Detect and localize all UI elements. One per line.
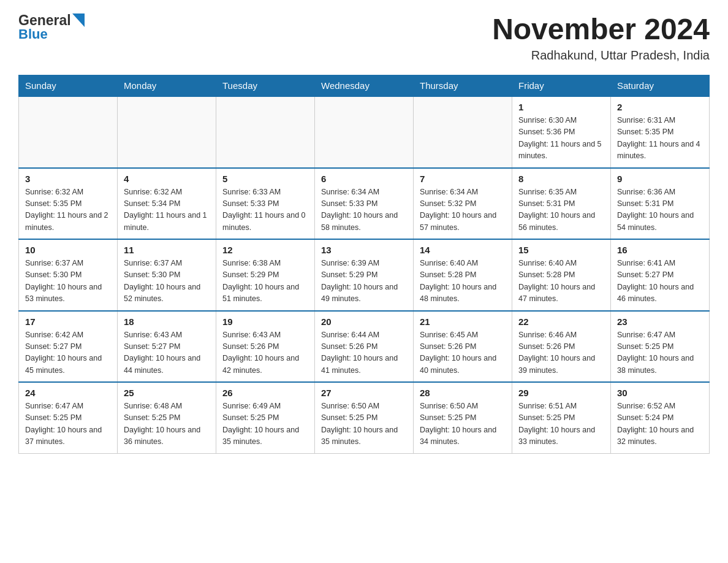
calendar-cell: 1Sunrise: 6:30 AM Sunset: 5:36 PM Daylig…: [512, 96, 611, 168]
day-number: 5: [222, 174, 308, 184]
calendar-cell: 25Sunrise: 6:48 AM Sunset: 5:25 PM Dayli…: [118, 382, 216, 453]
weekday-header-monday: Monday: [118, 75, 216, 97]
calendar-cell: 30Sunrise: 6:52 AM Sunset: 5:24 PM Dayli…: [611, 382, 710, 453]
day-number: 27: [321, 388, 407, 398]
calendar-cell: [414, 96, 512, 168]
day-number: 21: [420, 316, 506, 327]
day-number: 8: [518, 174, 604, 184]
sun-info: Sunrise: 6:34 AM Sunset: 5:32 PM Dayligh…: [420, 186, 506, 234]
day-number: 3: [25, 174, 111, 184]
calendar-week-4: 17Sunrise: 6:42 AM Sunset: 5:27 PM Dayli…: [19, 311, 710, 383]
calendar-cell: 23Sunrise: 6:47 AM Sunset: 5:25 PM Dayli…: [611, 311, 710, 383]
calendar-cell: 8Sunrise: 6:35 AM Sunset: 5:31 PM Daylig…: [512, 168, 611, 240]
sun-info: Sunrise: 6:39 AM Sunset: 5:29 PM Dayligh…: [321, 258, 407, 305]
calendar-week-5: 24Sunrise: 6:47 AM Sunset: 5:25 PM Dayli…: [19, 382, 710, 453]
calendar-cell: 3Sunrise: 6:32 AM Sunset: 5:35 PM Daylig…: [19, 168, 118, 240]
calendar-cell: 28Sunrise: 6:50 AM Sunset: 5:25 PM Dayli…: [414, 382, 512, 453]
calendar-cell: 13Sunrise: 6:39 AM Sunset: 5:29 PM Dayli…: [315, 239, 414, 311]
day-number: 30: [617, 388, 703, 398]
sun-info: Sunrise: 6:47 AM Sunset: 5:25 PM Dayligh…: [617, 329, 703, 377]
calendar-week-3: 10Sunrise: 6:37 AM Sunset: 5:30 PM Dayli…: [19, 239, 710, 311]
sun-info: Sunrise: 6:49 AM Sunset: 5:25 PM Dayligh…: [222, 400, 308, 448]
calendar-cell: 21Sunrise: 6:45 AM Sunset: 5:26 PM Dayli…: [414, 311, 512, 383]
sun-info: Sunrise: 6:43 AM Sunset: 5:27 PM Dayligh…: [124, 329, 210, 377]
weekday-header-thursday: Thursday: [414, 75, 512, 97]
calendar-cell: 2Sunrise: 6:31 AM Sunset: 5:35 PM Daylig…: [611, 96, 710, 168]
sun-info: Sunrise: 6:35 AM Sunset: 5:31 PM Dayligh…: [518, 186, 604, 234]
calendar-cell: 15Sunrise: 6:40 AM Sunset: 5:28 PM Dayli…: [512, 239, 611, 311]
day-number: 13: [321, 245, 407, 255]
sun-info: Sunrise: 6:46 AM Sunset: 5:26 PM Dayligh…: [518, 329, 604, 377]
sun-info: Sunrise: 6:43 AM Sunset: 5:26 PM Dayligh…: [222, 329, 308, 377]
logo: General Blue: [18, 12, 85, 42]
sun-info: Sunrise: 6:30 AM Sunset: 5:36 PM Dayligh…: [518, 115, 604, 163]
sun-info: Sunrise: 6:42 AM Sunset: 5:27 PM Dayligh…: [25, 329, 111, 377]
calendar-cell: 6Sunrise: 6:34 AM Sunset: 5:33 PM Daylig…: [315, 168, 414, 240]
day-number: 4: [124, 174, 210, 184]
day-number: 7: [420, 174, 506, 184]
day-number: 12: [222, 245, 308, 255]
calendar-cell: 16Sunrise: 6:41 AM Sunset: 5:27 PM Dayli…: [611, 239, 710, 311]
sun-info: Sunrise: 6:37 AM Sunset: 5:30 PM Dayligh…: [25, 258, 111, 305]
sun-info: Sunrise: 6:31 AM Sunset: 5:35 PM Dayligh…: [617, 115, 703, 163]
calendar-cell: 5Sunrise: 6:33 AM Sunset: 5:33 PM Daylig…: [216, 168, 315, 240]
sun-info: Sunrise: 6:40 AM Sunset: 5:28 PM Dayligh…: [420, 258, 506, 305]
calendar-table: SundayMondayTuesdayWednesdayThursdayFrid…: [18, 75, 710, 454]
calendar-cell: 20Sunrise: 6:44 AM Sunset: 5:26 PM Dayli…: [315, 311, 414, 383]
calendar-cell: 26Sunrise: 6:49 AM Sunset: 5:25 PM Dayli…: [216, 382, 315, 453]
calendar-cell: 4Sunrise: 6:32 AM Sunset: 5:34 PM Daylig…: [118, 168, 216, 240]
day-number: 1: [518, 102, 604, 112]
day-number: 24: [25, 388, 111, 398]
title-area: November 2024 Radhakund, Uttar Pradesh, …: [492, 12, 710, 63]
day-number: 18: [124, 316, 210, 327]
calendar-cell: 10Sunrise: 6:37 AM Sunset: 5:30 PM Dayli…: [19, 239, 118, 311]
day-number: 29: [518, 388, 604, 398]
calendar-header-row: SundayMondayTuesdayWednesdayThursdayFrid…: [19, 75, 710, 97]
day-number: 25: [124, 388, 210, 398]
sun-info: Sunrise: 6:32 AM Sunset: 5:34 PM Dayligh…: [124, 186, 210, 234]
weekday-header-sunday: Sunday: [19, 75, 118, 97]
weekday-header-saturday: Saturday: [611, 75, 710, 97]
calendar-cell: 22Sunrise: 6:46 AM Sunset: 5:26 PM Dayli…: [512, 311, 611, 383]
day-number: 2: [617, 102, 703, 112]
calendar-cell: [118, 96, 216, 168]
sun-info: Sunrise: 6:50 AM Sunset: 5:25 PM Dayligh…: [321, 400, 407, 448]
calendar-cell: 14Sunrise: 6:40 AM Sunset: 5:28 PM Dayli…: [414, 239, 512, 311]
day-number: 10: [25, 245, 111, 255]
day-number: 22: [518, 316, 604, 327]
calendar-cell: 17Sunrise: 6:42 AM Sunset: 5:27 PM Dayli…: [19, 311, 118, 383]
sun-info: Sunrise: 6:36 AM Sunset: 5:31 PM Dayligh…: [617, 186, 703, 234]
calendar-cell: 19Sunrise: 6:43 AM Sunset: 5:26 PM Dayli…: [216, 311, 315, 383]
day-number: 19: [222, 316, 308, 327]
day-number: 16: [617, 245, 703, 255]
calendar-cell: 27Sunrise: 6:50 AM Sunset: 5:25 PM Dayli…: [315, 382, 414, 453]
sun-info: Sunrise: 6:52 AM Sunset: 5:24 PM Dayligh…: [617, 400, 703, 448]
sun-info: Sunrise: 6:51 AM Sunset: 5:25 PM Dayligh…: [518, 400, 604, 448]
day-number: 15: [518, 245, 604, 255]
sun-info: Sunrise: 6:33 AM Sunset: 5:33 PM Dayligh…: [222, 186, 308, 234]
weekday-header-friday: Friday: [512, 75, 611, 97]
logo-arrow-icon: [72, 13, 85, 27]
sun-info: Sunrise: 6:45 AM Sunset: 5:26 PM Dayligh…: [420, 329, 506, 377]
sun-info: Sunrise: 6:48 AM Sunset: 5:25 PM Dayligh…: [124, 400, 210, 448]
weekday-header-tuesday: Tuesday: [216, 75, 315, 97]
sun-info: Sunrise: 6:41 AM Sunset: 5:27 PM Dayligh…: [617, 258, 703, 305]
day-number: 11: [124, 245, 210, 255]
sun-info: Sunrise: 6:44 AM Sunset: 5:26 PM Dayligh…: [321, 329, 407, 377]
page-header: General Blue November 2024 Radhakund, Ut…: [18, 12, 710, 63]
calendar-cell: 11Sunrise: 6:37 AM Sunset: 5:30 PM Dayli…: [118, 239, 216, 311]
logo-blue-text: Blue: [18, 26, 48, 42]
day-number: 28: [420, 388, 506, 398]
sun-info: Sunrise: 6:34 AM Sunset: 5:33 PM Dayligh…: [321, 186, 407, 234]
calendar-week-2: 3Sunrise: 6:32 AM Sunset: 5:35 PM Daylig…: [19, 168, 710, 240]
sun-info: Sunrise: 6:32 AM Sunset: 5:35 PM Dayligh…: [25, 186, 111, 234]
location-text: Radhakund, Uttar Pradesh, India: [492, 48, 710, 63]
day-number: 20: [321, 316, 407, 327]
weekday-header-wednesday: Wednesday: [315, 75, 414, 97]
calendar-cell: 29Sunrise: 6:51 AM Sunset: 5:25 PM Dayli…: [512, 382, 611, 453]
calendar-cell: 24Sunrise: 6:47 AM Sunset: 5:25 PM Dayli…: [19, 382, 118, 453]
calendar-cell: [315, 96, 414, 168]
day-number: 17: [25, 316, 111, 327]
day-number: 9: [617, 174, 703, 184]
calendar-cell: 7Sunrise: 6:34 AM Sunset: 5:32 PM Daylig…: [414, 168, 512, 240]
